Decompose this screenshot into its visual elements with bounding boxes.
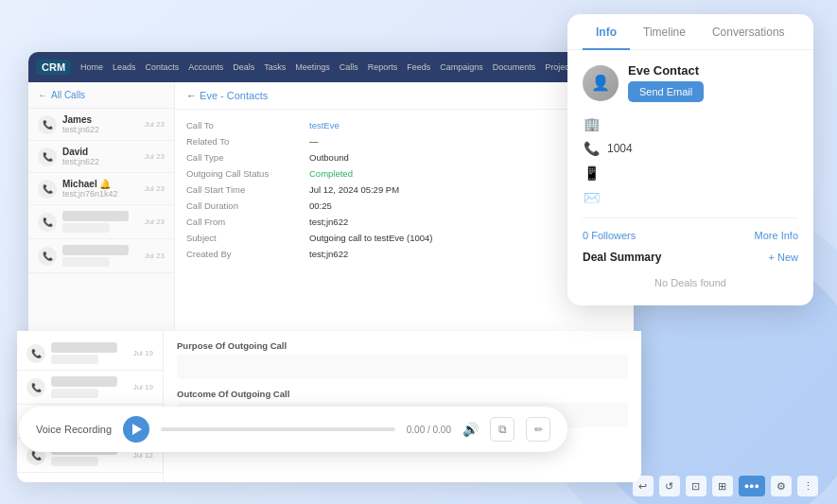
play-icon xyxy=(132,424,142,435)
toolbar-undo[interactable]: ↩ xyxy=(633,476,654,496)
new-deal-button[interactable]: + New xyxy=(769,252,799,263)
call-name: David xyxy=(62,147,139,157)
detail-row: Call From test;jn622 xyxy=(186,214,622,230)
list-item[interactable]: 📞 Jul 23 xyxy=(28,205,174,239)
call-info xyxy=(51,376,128,398)
call-info xyxy=(62,211,139,233)
call-name: Michael 🔔 xyxy=(62,179,139,189)
edit-button[interactable]: ✏ xyxy=(526,417,550,442)
nav-accounts[interactable]: Accounts xyxy=(188,62,223,72)
field-value: test;jn622 xyxy=(309,217,348,227)
nav-reports[interactable]: Reports xyxy=(368,62,398,72)
purpose-label: Purpose Of Outgoing Call xyxy=(177,340,628,351)
call-date: Jul 23 xyxy=(145,184,165,193)
call-info: David test;jn622 xyxy=(62,147,139,166)
call-icon: 📞 xyxy=(38,115,57,134)
play-button[interactable] xyxy=(123,416,149,443)
detail-row: Subject Outgoing call to testEve (1004) xyxy=(186,230,622,246)
building-icon: 🏢 xyxy=(583,116,600,131)
field-label: Call Type xyxy=(186,152,309,163)
call-icon: 📞 xyxy=(38,213,57,232)
copy-button[interactable]: ⧉ xyxy=(490,417,514,442)
field-label: Call Start Time xyxy=(186,184,309,195)
nav-feeds[interactable]: Feeds xyxy=(407,62,430,72)
divider xyxy=(583,217,798,218)
purpose-box xyxy=(177,355,628,379)
nav-leads[interactable]: Leads xyxy=(113,62,136,72)
info-tabs: Info Timeline Conversations xyxy=(567,14,813,50)
call-icon: 📞 xyxy=(38,148,57,166)
call-date: Jul 23 xyxy=(145,152,165,161)
field-label: Call To xyxy=(186,120,309,130)
detail-row: Outgoing Call Status Completed xyxy=(186,165,622,182)
list-item[interactable]: 📞 James test;jn622 Jul 23 xyxy=(28,109,174,141)
avatar: 👤 xyxy=(583,65,619,101)
field-label: Subject xyxy=(186,233,309,243)
detail-header-link[interactable]: Eve - Contacts xyxy=(200,90,268,101)
tab-conversations[interactable]: Conversations xyxy=(699,14,798,50)
call-date: Jul 23 xyxy=(145,252,165,260)
toolbar-grid[interactable]: ⊡ xyxy=(686,476,706,496)
send-email-button[interactable]: Send Email xyxy=(628,81,704,102)
followers-link[interactable]: 0 Followers xyxy=(583,230,636,241)
back-button[interactable]: ← All Calls xyxy=(28,82,174,109)
call-info: James test;jn622 xyxy=(62,114,139,134)
time-display: 0.00 / 0.00 xyxy=(407,425,451,435)
crm-navbar: CRM Home Leads Contacts Accounts Deals T… xyxy=(28,52,634,82)
toolbar-settings[interactable]: ⚙ xyxy=(771,476,792,496)
nav-documents[interactable]: Documents xyxy=(493,62,536,72)
phone-row: 📞 1004 xyxy=(583,136,798,161)
detail-table: Call To testEve Related To — Call Type O… xyxy=(175,110,634,269)
phone-value: 1004 xyxy=(607,142,633,155)
email-icon: ✉️ xyxy=(583,190,600,205)
call-name xyxy=(62,245,129,255)
tab-timeline[interactable]: Timeline xyxy=(630,14,699,50)
detail-row: Related To — xyxy=(186,133,622,149)
toolbar-layout[interactable]: ⊞ xyxy=(712,476,733,496)
toolbar-redo[interactable]: ↺ xyxy=(659,476,680,496)
nav-meetings[interactable]: Meetings xyxy=(295,62,330,72)
more-info-link[interactable]: More Info xyxy=(755,230,798,241)
field-label: Call From xyxy=(186,217,309,227)
toolbar-more[interactable]: ⋮ xyxy=(797,476,818,496)
back-label: All Calls xyxy=(51,90,85,100)
deal-summary-title: Deal Summary xyxy=(583,251,661,264)
voice-recording-bar: Voice Recording 0.00 / 0.00 🔊 ⧉ ✏ xyxy=(19,407,567,452)
detail-row: Call To testEve xyxy=(186,117,622,133)
call-name: James xyxy=(62,114,139,125)
field-label: Call Duration xyxy=(186,200,309,211)
nav-campaigns[interactable]: Campaigns xyxy=(440,62,483,72)
list-item[interactable]: 📞 Michael 🔔 test;jn76n1k42 Jul 23 xyxy=(28,173,174,205)
call-info xyxy=(62,245,139,267)
progress-bar[interactable] xyxy=(161,427,395,431)
list-item[interactable]: 📞 Jul 23 xyxy=(28,239,174,273)
list-item[interactable]: 📞 David test;jn622 Jul 23 xyxy=(28,141,174,173)
call-sub: test;jn76n1k42 xyxy=(62,189,139,199)
detail-row: Call Start Time Jul 12, 2024 05:29 PM xyxy=(186,182,622,198)
nav-contacts[interactable]: Contacts xyxy=(146,62,180,72)
call-sub: test;jn622 xyxy=(62,125,139,134)
nav-items: Home Leads Contacts Accounts Deals Tasks… xyxy=(80,62,576,72)
deal-summary-header: Deal Summary + New xyxy=(583,245,798,268)
nav-calls[interactable]: Calls xyxy=(340,62,358,72)
voice-recording-label: Voice Recording xyxy=(36,424,112,435)
company-row: 🏢 xyxy=(583,112,798,136)
toolbar-active[interactable]: ●●● xyxy=(739,476,765,496)
field-value: — xyxy=(309,136,319,147)
field-value: 00:25 xyxy=(309,200,332,211)
nav-tasks[interactable]: Tasks xyxy=(264,62,286,72)
field-value: Outgoing call to testEve (1004) xyxy=(309,233,432,243)
volume-icon[interactable]: 🔊 xyxy=(462,422,479,437)
info-body: 👤 Eve Contact Send Email 🏢 📞 1004 📱 ✉️ xyxy=(567,50,813,305)
mobile-icon: 📱 xyxy=(583,165,600,181)
call-sub xyxy=(62,257,110,267)
nav-home[interactable]: Home xyxy=(80,62,103,72)
followers-row: 0 Followers More Info xyxy=(583,226,798,245)
list-item[interactable]: 📞 Jul 19 xyxy=(17,337,163,371)
field-value[interactable]: testEve xyxy=(309,120,340,130)
no-deals-message: No Deals found xyxy=(583,268,798,292)
nav-deals[interactable]: Deals xyxy=(233,62,254,72)
list-item[interactable]: 📞 Jul 19 xyxy=(17,371,163,405)
field-label: Created By xyxy=(186,249,309,259)
tab-info[interactable]: Info xyxy=(583,14,630,50)
